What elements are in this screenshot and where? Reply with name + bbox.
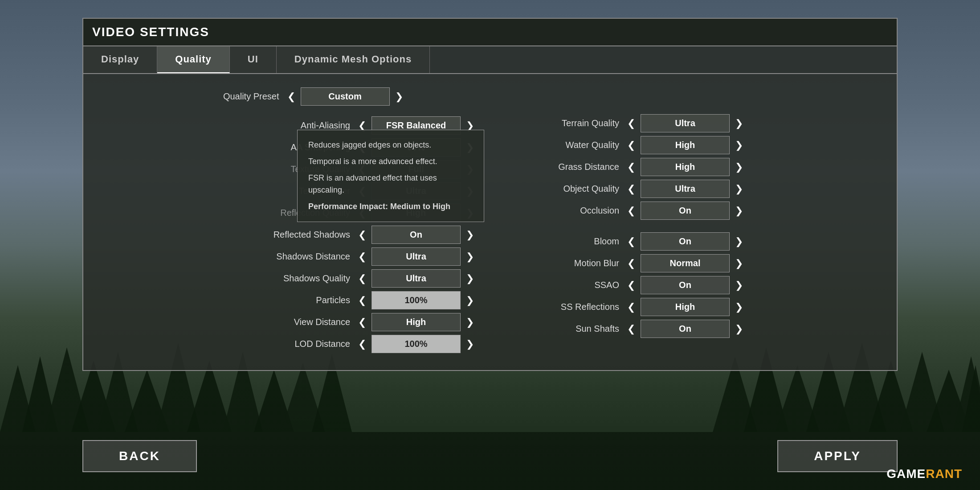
right-setting-control-7: ❮ On ❯ bbox=[625, 276, 746, 294]
right-setting-control-6: ❮ Normal ❯ bbox=[625, 254, 746, 272]
setting-value-9: High bbox=[372, 313, 461, 331]
right-setting-value-2: High bbox=[641, 158, 730, 176]
right-setting-control-1: ❮ High ❯ bbox=[625, 136, 746, 154]
setting-control-8: ❮ 100% ❯ bbox=[355, 291, 477, 309]
setting-control-5: ❮ On ❯ bbox=[355, 226, 477, 244]
setting-row-6: Shadows Distance ❮ Ultra ❯ bbox=[110, 247, 477, 266]
right-setting-control-4: ❮ On ❯ bbox=[625, 202, 746, 220]
right-settings-column: Terrain Quality ❮ Ultra ❯ Water Quality … bbox=[503, 87, 870, 357]
right-setting-row-9: Sun Shafts ❮ On ❯ bbox=[503, 320, 870, 338]
right-setting-label-0: Terrain Quality bbox=[503, 118, 619, 128]
setting-label-9: View Distance bbox=[252, 317, 350, 327]
setting-value-10: 100% bbox=[372, 335, 461, 353]
setting-right-arrow-7[interactable]: ❯ bbox=[463, 272, 477, 285]
quality-preset-left-arrow[interactable]: ❮ bbox=[285, 90, 298, 103]
right-setting-left-arrow-6[interactable]: ❮ bbox=[625, 257, 638, 270]
right-setting-label-7: SSAO bbox=[503, 280, 619, 290]
right-setting-row-0: Terrain Quality ❮ Ultra ❯ bbox=[503, 114, 870, 132]
right-setting-left-arrow-7[interactable]: ❮ bbox=[625, 279, 638, 292]
tooltip-line-1: Temporal is a more advanced effect. bbox=[308, 156, 473, 168]
setting-right-arrow-9[interactable]: ❯ bbox=[463, 316, 477, 329]
setting-right-arrow-5[interactable]: ❯ bbox=[463, 228, 477, 242]
tab-display[interactable]: Display bbox=[83, 46, 157, 73]
right-setting-right-arrow-1[interactable]: ❯ bbox=[732, 139, 746, 152]
right-setting-value-9: On bbox=[641, 320, 730, 338]
setting-row-10: LOD Distance ❮ 100% ❯ bbox=[110, 335, 477, 353]
back-button[interactable]: BACK bbox=[82, 440, 197, 472]
right-setting-control-8: ❮ High ❯ bbox=[625, 298, 746, 316]
right-setting-right-arrow-9[interactable]: ❯ bbox=[732, 322, 746, 336]
quality-preset-label: Quality Preset bbox=[181, 91, 279, 102]
setting-row-9: View Distance ❮ High ❯ bbox=[110, 313, 477, 331]
right-setting-value-7: On bbox=[641, 276, 730, 294]
right-setting-left-arrow-2[interactable]: ❮ bbox=[625, 161, 638, 174]
right-setting-left-arrow-4[interactable]: ❮ bbox=[625, 204, 638, 218]
quality-preset-right-arrow[interactable]: ❯ bbox=[392, 90, 406, 103]
setting-row-7: Shadows Quality ❮ Ultra ❯ bbox=[110, 269, 477, 288]
right-col-gap bbox=[503, 223, 870, 232]
right-setting-right-arrow-6[interactable]: ❯ bbox=[732, 257, 746, 270]
setting-row-8: Particles ❮ 100% ❯ bbox=[110, 291, 477, 309]
apply-button[interactable]: APPLY bbox=[777, 440, 898, 472]
setting-label-0: Anti-Aliasing bbox=[252, 120, 350, 131]
right-setting-left-arrow-5[interactable]: ❮ bbox=[625, 235, 638, 248]
right-setting-label-3: Object Quality bbox=[503, 184, 619, 194]
setting-left-arrow-5[interactable]: ❮ bbox=[355, 228, 369, 242]
tab-ui[interactable]: UI bbox=[230, 46, 277, 73]
bottom-bar: BACK APPLY bbox=[82, 440, 898, 472]
right-setting-row-2: Grass Distance ❮ High ❯ bbox=[503, 158, 870, 176]
setting-left-arrow-6[interactable]: ❮ bbox=[355, 250, 369, 264]
right-setting-left-arrow-3[interactable]: ❮ bbox=[625, 182, 638, 196]
right-setting-control-2: ❮ High ❯ bbox=[625, 158, 746, 176]
right-setting-right-arrow-2[interactable]: ❯ bbox=[732, 161, 746, 174]
right-setting-right-arrow-4[interactable]: ❯ bbox=[732, 204, 746, 218]
tooltip-line-0: Reduces jagged edges on objects. bbox=[308, 139, 473, 151]
setting-right-arrow-8[interactable]: ❯ bbox=[463, 294, 477, 307]
panel-title-text: VIDEO SETTINGS bbox=[92, 25, 209, 39]
setting-right-arrow-6[interactable]: ❯ bbox=[463, 250, 477, 264]
right-setting-right-arrow-0[interactable]: ❯ bbox=[732, 117, 746, 130]
right-setting-value-1: High bbox=[641, 136, 730, 154]
right-setting-left-arrow-0[interactable]: ❮ bbox=[625, 117, 638, 130]
right-setting-left-arrow-9[interactable]: ❮ bbox=[625, 322, 638, 336]
setting-left-arrow-8[interactable]: ❮ bbox=[355, 294, 369, 307]
setting-value-7: Ultra bbox=[372, 269, 461, 288]
left-settings-column: Quality Preset ❮ Custom ❯ Anti-Aliasing … bbox=[110, 87, 477, 357]
right-setting-value-5: On bbox=[641, 232, 730, 251]
setting-left-arrow-9[interactable]: ❮ bbox=[355, 316, 369, 329]
right-setting-label-1: Water Quality bbox=[503, 140, 619, 150]
right-setting-left-arrow-1[interactable]: ❮ bbox=[625, 139, 638, 152]
tooltip-line-2: FSR is an advanced effect that uses upsc… bbox=[308, 172, 473, 196]
setting-value-6: Ultra bbox=[372, 247, 461, 266]
setting-value-5: On bbox=[372, 226, 461, 244]
quality-preset-value: Custom bbox=[301, 87, 390, 106]
right-setting-left-arrow-8[interactable]: ❮ bbox=[625, 301, 638, 314]
right-setting-value-4: On bbox=[641, 202, 730, 220]
right-setting-row-4: Occlusion ❮ On ❯ bbox=[503, 202, 870, 220]
brand-watermark: GAMERANT bbox=[886, 467, 962, 481]
setting-left-arrow-7[interactable]: ❮ bbox=[355, 272, 369, 285]
right-setting-right-arrow-7[interactable]: ❯ bbox=[732, 279, 746, 292]
right-setting-value-6: Normal bbox=[641, 254, 730, 272]
right-setting-right-arrow-5[interactable]: ❯ bbox=[732, 235, 746, 248]
right-setting-row-5: Bloom ❮ On ❯ bbox=[503, 232, 870, 251]
tab-dynamic-mesh[interactable]: Dynamic Mesh Options bbox=[277, 46, 430, 73]
right-setting-right-arrow-3[interactable]: ❯ bbox=[732, 182, 746, 196]
quality-preset-control: ❮ Custom ❯ bbox=[285, 87, 406, 106]
setting-label-10: LOD Distance bbox=[252, 339, 350, 349]
tab-quality[interactable]: Quality bbox=[157, 46, 230, 73]
right-setting-row-3: Object Quality ❮ Ultra ❯ bbox=[503, 180, 870, 198]
setting-row-5: Reflected Shadows ❮ On ❯ bbox=[110, 226, 477, 244]
panel-title-bar: VIDEO SETTINGS bbox=[83, 19, 897, 46]
right-setting-right-arrow-8[interactable]: ❯ bbox=[732, 301, 746, 314]
setting-control-7: ❮ Ultra ❯ bbox=[355, 269, 477, 288]
setting-control-9: ❮ High ❯ bbox=[355, 313, 477, 331]
anti-aliasing-tooltip: Reduces jagged edges on objects. Tempora… bbox=[297, 130, 484, 222]
right-setting-control-0: ❮ Ultra ❯ bbox=[625, 114, 746, 132]
right-setting-control-5: ❮ On ❯ bbox=[625, 232, 746, 251]
brand-game: GAME bbox=[886, 467, 926, 481]
setting-right-arrow-10[interactable]: ❯ bbox=[463, 338, 477, 351]
setting-left-arrow-10[interactable]: ❮ bbox=[355, 338, 369, 351]
setting-control-10: ❮ 100% ❯ bbox=[355, 335, 477, 353]
right-setting-control-3: ❮ Ultra ❯ bbox=[625, 180, 746, 198]
